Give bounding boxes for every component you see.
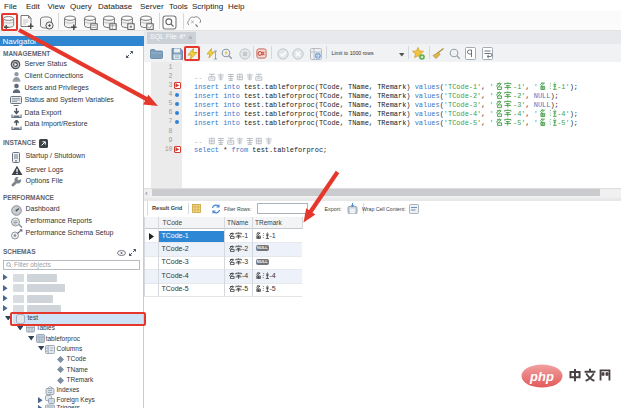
svg-text:php: php <box>529 369 554 384</box>
